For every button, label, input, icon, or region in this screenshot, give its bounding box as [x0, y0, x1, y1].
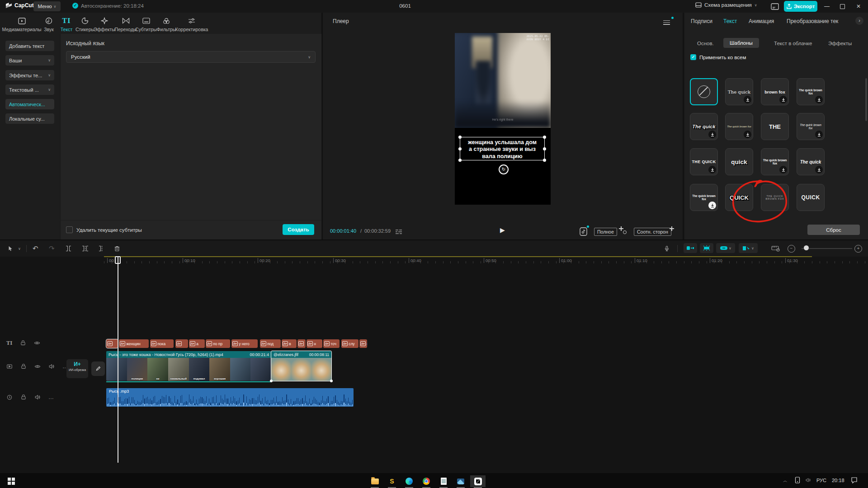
resize-handle[interactable]	[543, 147, 546, 150]
tray-volume-icon[interactable]	[805, 477, 811, 483]
more-options-icon[interactable]: …	[48, 394, 54, 400]
tab-text-to-speech[interactable]: Преобразование тек	[787, 18, 855, 24]
subtitle-segment[interactable]: A≡п	[359, 339, 367, 348]
eye-icon[interactable]	[34, 340, 40, 346]
preview-snap-toggle[interactable]: ∨	[739, 243, 758, 253]
taskbar-capcut[interactable]	[470, 475, 486, 487]
resize-handle[interactable]	[458, 136, 462, 139]
template-none[interactable]	[690, 78, 718, 105]
add-text-button[interactable]: Добавить текст	[5, 41, 54, 51]
tabs-scroll-right-icon[interactable]: ›	[855, 17, 863, 25]
subtitle-segment[interactable]: A≡пока	[150, 339, 174, 348]
chevron-down-icon[interactable]: ∨	[18, 244, 21, 253]
audio-clip[interactable]: Рысь .mp3	[106, 388, 354, 407]
video-preview[interactable]: 2025-05-22 05: AXON BODY 4 DI He's right…	[455, 33, 551, 205]
tab-adjust[interactable]: Корректировка	[171, 16, 212, 32]
playhead-line[interactable]	[118, 257, 118, 463]
delete-button[interactable]	[114, 244, 120, 253]
tab-captions-props[interactable]: Подписи	[691, 18, 712, 24]
template-tile[interactable]: The quick	[725, 78, 753, 105]
taskbar-file-explorer[interactable]	[367, 475, 382, 487]
template-tile[interactable]: The quick brown fox	[725, 113, 753, 140]
menu-button[interactable]: Меню ∨	[33, 1, 61, 11]
close-button[interactable]: ✕	[851, 0, 866, 13]
auto-ripple-toggle[interactable]	[700, 243, 713, 253]
subtitle-segment[interactable]: A≡у него	[231, 339, 258, 348]
sidebar-item-text-template[interactable]: Текстовый ... ∨	[5, 84, 54, 95]
record-voiceover-button[interactable]	[664, 244, 670, 253]
tab-animation[interactable]: Анимация	[749, 18, 774, 24]
subtab-templates[interactable]: Шаблоны	[723, 38, 759, 48]
video-clip[interactable]: Рысь - это тоже кошка - Новостной Гусь (…	[106, 351, 271, 381]
subtitle-segment[interactable]: A≡под	[260, 339, 281, 348]
subtitle-segment[interactable]: A≡точ	[323, 339, 340, 348]
lock-icon[interactable]	[20, 394, 27, 400]
lock-icon[interactable]	[20, 363, 27, 370]
player-menu-icon[interactable]	[663, 19, 670, 26]
delete-subtitles-checkbox[interactable]: Удалить текущие субтитры	[66, 226, 142, 233]
template-tile[interactable]: The quick	[690, 113, 718, 140]
video-clip-selected[interactable]: @elizzanes.jfif 00:00:08:11	[271, 351, 331, 381]
resize-handle[interactable]	[458, 159, 462, 162]
split-button[interactable]	[66, 244, 71, 253]
speaker-icon[interactable]	[34, 394, 41, 400]
subtitle-segment[interactable]: A≡а	[189, 339, 205, 348]
subtitle-segment[interactable]: A≡по пр	[206, 339, 230, 348]
template-tile[interactable]: The quick brown fox	[690, 184, 718, 211]
quality-button[interactable]: Полное	[594, 228, 617, 236]
sidebar-item-auto-captions[interactable]: Автоматическ...	[5, 99, 54, 109]
subtitle-segment[interactable]: A≡слу	[341, 339, 359, 348]
clip-trim-handle[interactable]	[270, 380, 273, 382]
resize-handle[interactable]	[458, 147, 462, 150]
create-button[interactable]: Создать	[283, 224, 314, 235]
subtab-effects[interactable]: Эффекты	[828, 41, 852, 46]
zoom-in-button[interactable]: +	[854, 244, 862, 253]
language-select[interactable]: Русский ∨	[66, 51, 316, 63]
subtitle-segment[interactable]: A≡женщин	[119, 339, 149, 348]
subtitle-segment[interactable]: A≡	[297, 339, 306, 348]
taskbar-notepad[interactable]	[436, 475, 451, 487]
tray-show-hidden-icons[interactable]: ︿	[783, 478, 788, 484]
template-tile[interactable]: The quick brown fox	[761, 148, 789, 175]
undo-button[interactable]: ↶	[33, 244, 38, 253]
subtitle-segment[interactable]: A≡	[106, 339, 118, 348]
sidebar-item-yours[interactable]: Ваши ∨	[5, 55, 54, 66]
sidebar-item-local-subtitles[interactable]: Локальные су...	[5, 113, 54, 124]
maximize-button[interactable]	[835, 0, 850, 13]
tiktok-export-icon[interactable]	[580, 227, 588, 236]
select-tool-button[interactable]	[7, 244, 14, 253]
tray-clock[interactable]: 20:18	[832, 478, 844, 483]
subtitle-segment[interactable]: A≡	[175, 339, 188, 348]
taskbar-app-s[interactable]: S	[384, 475, 400, 487]
layout-scheme-button[interactable]: Схема размещения ∨	[695, 2, 757, 8]
tray-notifications[interactable]	[851, 477, 858, 483]
rotate-handle[interactable]: ↻	[499, 164, 509, 174]
minimize-button[interactable]: —	[819, 0, 835, 13]
template-tile[interactable]: The quick brown fox	[797, 78, 825, 105]
resize-handle[interactable]	[543, 159, 546, 162]
apply-to-all-checkbox[interactable]: ✓ Применить ко всем	[690, 54, 746, 60]
split-right-button[interactable]	[99, 244, 103, 253]
sidebar-item-text-effects[interactable]: Эффекты те... ∨	[5, 70, 54, 80]
ai-crop-badge[interactable]: И+ ИИ-обрезка	[66, 359, 88, 378]
template-tile[interactable]: QUICK	[797, 184, 825, 211]
panel-toggle-button[interactable]	[769, 2, 780, 11]
template-tile[interactable]: quick	[725, 148, 753, 175]
link-toggle[interactable]: ∨	[716, 243, 735, 253]
tray-language[interactable]: РУС	[816, 478, 826, 483]
template-tile[interactable]: The quick brown fox	[797, 113, 825, 140]
subtitle-segment[interactable]: A≡в	[282, 339, 297, 348]
taskbar-chrome[interactable]	[419, 475, 434, 487]
zoom-out-button[interactable]: −	[788, 244, 795, 253]
redo-button[interactable]: ↷	[49, 244, 55, 253]
export-button[interactable]: Экспорт	[784, 1, 817, 12]
segments-icon[interactable]	[395, 229, 402, 235]
split-left-button[interactable]	[82, 244, 88, 253]
zoom-slider[interactable]	[802, 248, 852, 249]
zoom-slider-thumb[interactable]	[804, 245, 809, 250]
tab-text-props[interactable]: Текст	[723, 18, 737, 24]
aspect-ratio-button[interactable]: Соотн. сторон	[634, 228, 671, 236]
resize-handle[interactable]	[543, 136, 546, 139]
taskbar-photos[interactable]	[453, 475, 468, 487]
clip-trim-handle[interactable]	[330, 380, 333, 382]
